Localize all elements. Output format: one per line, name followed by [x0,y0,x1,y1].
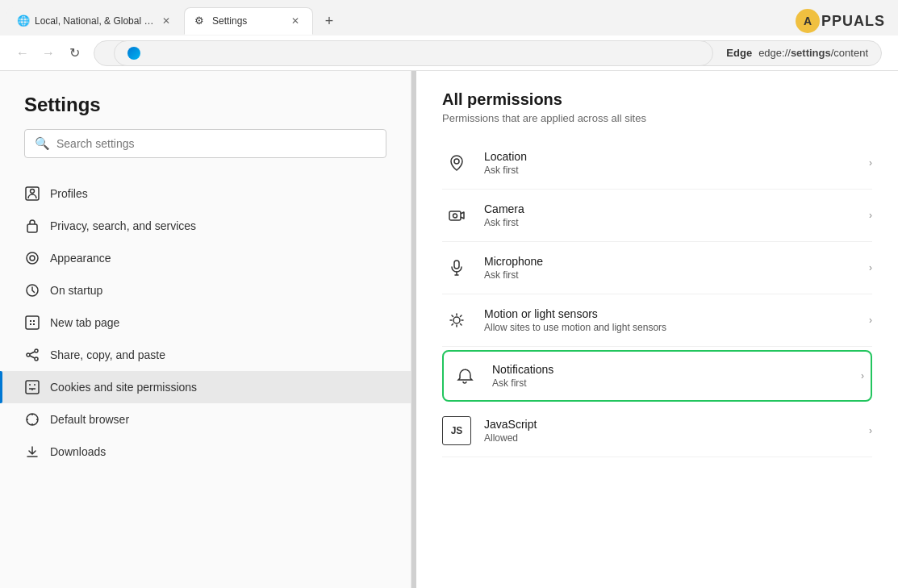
new-tab-button[interactable]: + [318,10,340,32]
notifications-status: Ask first [492,377,861,389]
javascript-status: Allowed [484,432,869,444]
javascript-name: JavaScript [484,418,869,431]
main-layout: Settings 🔍 Profiles [0,71,898,588]
svg-point-14 [27,414,38,425]
javascript-info: JavaScript Allowed [484,418,869,444]
privacy-icon [24,218,40,234]
content-title: All permissions [442,90,872,109]
permission-notifications[interactable]: Notifications Ask first › [442,350,872,402]
location-name: Location [484,150,869,163]
microphone-info: Microphone Ask first [484,255,869,281]
svg-point-12 [34,384,36,386]
permission-camera[interactable]: Camera Ask first › [442,190,872,242]
svg-point-7 [35,349,38,352]
permission-microphone[interactable]: Microphone Ask first › [442,242,872,294]
sidebar-item-default[interactable]: Default browser [0,403,411,436]
startup-icon [24,282,40,298]
search-input[interactable] [56,137,376,150]
javascript-chevron: › [869,425,872,436]
svg-rect-18 [454,261,459,269]
downloads-icon [24,444,40,460]
notifications-name: Notifications [492,363,861,376]
motion-status: Allow sites to use motion and light sens… [484,322,869,333]
sidebar-item-newtab[interactable]: New tab page [0,307,411,339]
sidebar: Settings 🔍 Profiles [0,71,411,588]
tab-news-title: Local, National, & Global Daily W... [35,15,154,27]
svg-point-15 [454,159,459,164]
sidebar-item-startup[interactable]: On startup [0,274,411,307]
sidebar-item-cookies[interactable]: Cookies and site permissions [0,371,411,403]
microphone-status: Ask first [484,269,869,281]
settings-title: Settings [24,94,386,116]
tab-settings-close[interactable]: ✕ [288,14,303,28]
sidebar-item-privacy[interactable]: Privacy, search, and services [0,210,411,242]
edge-logo [114,40,713,66]
content-subtitle: Permissions that are applied across all … [442,112,872,124]
sidebar-item-default-label: Default browser [50,413,129,426]
appuals-text: PPUALS [821,13,885,30]
edge-label: Edge [726,47,752,59]
browser-window: 🌐 Local, National, & Global Daily W... ✕… [0,0,898,588]
tab-news[interactable]: 🌐 Local, National, & Global Daily W... ✕ [6,7,184,35]
permission-motion[interactable]: Motion or light sensors Allow sites to u… [442,294,872,347]
sidebar-nav: Profiles Privacy, search, and services A… [0,171,411,474]
location-icon [442,148,471,177]
default-icon [24,411,40,427]
sidebar-item-appearance[interactable]: Appearance [0,242,411,274]
cookies-icon [24,379,40,395]
camera-info: Camera Ask first [484,202,869,228]
microphone-name: Microphone [484,255,869,268]
search-box[interactable]: 🔍 [24,129,386,158]
svg-rect-10 [26,381,39,394]
forward-button[interactable]: → [36,40,61,66]
sidebar-item-share[interactable]: Share, copy, and paste [0,339,411,371]
motion-icon [442,306,471,335]
sidebar-item-startup-label: On startup [50,284,102,297]
notifications-chevron: › [861,370,864,382]
address-text: edge://settings/content [758,47,868,59]
content-area: All permissions Permissions that are app… [416,71,898,588]
svg-rect-6 [26,316,39,329]
location-status: Ask first [484,165,869,176]
sidebar-item-newtab-label: New tab page [50,316,119,329]
tab-news-close[interactable]: ✕ [159,14,173,28]
microphone-icon [442,253,471,282]
permission-location[interactable]: Location Ask first › [442,137,872,190]
svg-rect-2 [27,224,37,232]
edge-logo-circle [127,47,140,60]
sidebar-item-privacy-label: Privacy, search, and services [50,219,196,232]
permission-javascript[interactable]: JS JavaScript Allowed › [442,405,872,457]
sidebar-item-appearance-label: Appearance [50,252,111,265]
svg-rect-16 [449,211,461,220]
forward-icon: → [42,46,55,60]
profiles-icon [24,186,40,202]
sidebar-item-cookies-label: Cookies and site permissions [50,381,197,394]
tab-settings-title: Settings [212,15,283,27]
sidebar-item-profiles[interactable]: Profiles [0,177,411,210]
microphone-chevron: › [869,262,872,273]
back-button[interactable]: ← [10,40,36,66]
javascript-icon: JS [442,416,471,445]
svg-point-9 [35,357,38,361]
camera-chevron: › [869,210,872,221]
sidebar-item-downloads[interactable]: Downloads [0,436,411,468]
sidebar-header: Settings 🔍 [0,71,411,171]
svg-point-8 [27,353,30,357]
share-icon [24,347,40,363]
appuals-icon: A [796,9,820,33]
sidebar-item-profiles-label: Profiles [50,187,88,200]
svg-point-4 [30,256,35,261]
newtab-icon [24,315,40,331]
motion-name: Motion or light sensors [484,307,869,320]
sidebar-item-share-label: Share, copy, and paste [50,348,165,361]
tab-settings-favicon: ⚙ [194,15,207,27]
location-info: Location Ask first [484,150,869,176]
sidebar-item-downloads-label: Downloads [50,445,106,458]
notifications-info: Notifications Ask first [492,363,861,389]
tab-settings[interactable]: ⚙ Settings ✕ [184,7,313,35]
refresh-button[interactable]: ↻ [61,40,87,66]
address-bar[interactable]: Edge edge://settings/content [94,40,882,66]
svg-point-11 [29,384,31,386]
motion-info: Motion or light sensors Allow sites to u… [484,307,869,333]
tab-bar: 🌐 Local, National, & Global Daily W... ✕… [0,0,898,35]
